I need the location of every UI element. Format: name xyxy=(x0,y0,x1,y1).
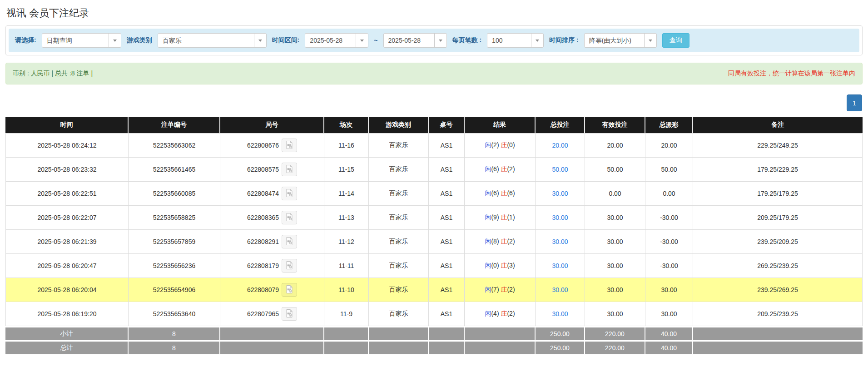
note-cell: 269.25/239.25 xyxy=(693,254,863,278)
round-cell: 622808676 xyxy=(220,134,324,158)
round-number: 622808365 xyxy=(247,214,279,221)
time-cell: 2025-05-28 06:22:51 xyxy=(5,182,129,206)
total-bet-link[interactable]: 30.00 xyxy=(552,310,568,317)
payout-cell: 20.00 xyxy=(645,134,693,158)
payout-cell: 30.00 xyxy=(645,278,693,302)
game-category-label: 游戏类别 xyxy=(127,36,152,45)
table-row[interactable]: 2025-05-28 06:21:39522535657859622808291… xyxy=(5,230,863,254)
column-header: 场次 xyxy=(324,117,369,134)
page-size-select[interactable]: 100 xyxy=(487,33,544,48)
video-replay-button[interactable] xyxy=(282,259,297,273)
total-bet-link[interactable]: 20.00 xyxy=(552,142,568,149)
round-cell: 622807965 xyxy=(220,302,324,326)
chevron-down-icon xyxy=(254,34,266,47)
footer-session-cell xyxy=(324,326,369,340)
table-no-cell: AS1 xyxy=(429,158,465,182)
round-wrap: 622808575 xyxy=(247,163,297,176)
video-replay-button[interactable] xyxy=(282,307,297,321)
tilde-separator: ~ xyxy=(374,37,377,44)
bet-id-cell: 522535663062 xyxy=(129,134,220,158)
video-replay-button[interactable] xyxy=(282,211,297,224)
player-result-value: (0) xyxy=(491,262,501,269)
note-cell: 239.25/209.25 xyxy=(693,230,863,254)
player-result-label: 闲 xyxy=(485,262,491,269)
page-title: 视讯 会员下注纪录 xyxy=(5,0,863,25)
video-replay-button[interactable] xyxy=(282,139,297,152)
session-cell: 11-12 xyxy=(324,230,369,254)
session-cell: 11-10 xyxy=(324,278,369,302)
total-bet-link[interactable]: 30.00 xyxy=(552,262,568,269)
session-cell: 11-11 xyxy=(324,254,369,278)
banker-result-value: (2) xyxy=(507,238,515,245)
table-row[interactable]: 2025-05-28 06:22:07522535658825622808365… xyxy=(5,206,863,230)
session-cell: 11-9 xyxy=(324,302,369,326)
round-wrap: 622808179 xyxy=(247,259,297,273)
round-cell: 622808079 xyxy=(220,278,324,302)
player-result-label: 闲 xyxy=(485,165,491,173)
time-cell: 2025-05-28 06:23:32 xyxy=(5,158,129,182)
total-bet-link[interactable]: 30.00 xyxy=(552,286,568,293)
total-bet-link[interactable]: 30.00 xyxy=(552,190,568,197)
table-no-cell: AS1 xyxy=(429,230,465,254)
banker-result-label: 庄 xyxy=(501,189,507,197)
page-size-label: 每页笔数 : xyxy=(452,36,482,45)
player-result-label: 闲 xyxy=(485,238,491,245)
round-cell: 622808474 xyxy=(220,182,324,206)
player-result-value: (4) xyxy=(491,310,501,317)
round-wrap: 622808079 xyxy=(247,283,297,297)
footer-count-cell: 8 xyxy=(129,340,220,354)
video-replay-button[interactable] xyxy=(282,283,297,297)
result-cell: 闲(9) 庄(1) xyxy=(465,206,536,230)
table-row[interactable]: 2025-05-28 06:24:12522535663062622808676… xyxy=(5,134,863,158)
video-file-icon xyxy=(285,188,294,199)
column-header: 桌号 xyxy=(429,117,465,134)
total-bet-cell: 50.00 xyxy=(536,158,585,182)
video-replay-button[interactable] xyxy=(282,187,297,200)
result-cell: 闲(6) 庄(6) xyxy=(465,182,536,206)
column-header: 总派彩 xyxy=(645,117,693,134)
footer-total-bet-cell: 250.00 xyxy=(536,326,585,340)
search-button[interactable]: 查询 xyxy=(662,33,689,48)
table-row[interactable]: 2025-05-28 06:23:32522535661465622808575… xyxy=(5,158,863,182)
total-bet-link[interactable]: 30.00 xyxy=(552,238,568,245)
table-row[interactable]: 2025-05-28 06:20:04522535654906622808079… xyxy=(5,278,863,302)
video-replay-button[interactable] xyxy=(282,235,297,248)
column-header: 总投注 xyxy=(536,117,585,134)
game-category-select[interactable]: 百家乐 xyxy=(158,33,267,48)
session-cell: 11-15 xyxy=(324,158,369,182)
time-cell: 2025-05-28 06:19:20 xyxy=(5,302,129,326)
game-cell: 百家乐 xyxy=(369,302,429,326)
valid-bet-cell: 30.00 xyxy=(585,254,645,278)
currency-summary-text: 币别 : 人民币 | 总共 :8 注单 | xyxy=(13,69,93,78)
table-no-cell: AS1 xyxy=(429,278,465,302)
round-wrap: 622808474 xyxy=(247,187,297,200)
page-1-button[interactable]: 1 xyxy=(847,94,862,111)
table-row[interactable]: 2025-05-28 06:20:47522535656236622808179… xyxy=(5,254,863,278)
time-sort-select[interactable]: 降幂(由大到小) xyxy=(584,33,657,48)
date-from-select[interactable]: 2025-05-28 xyxy=(305,33,368,48)
video-replay-button[interactable] xyxy=(282,163,297,176)
records-table: 时间注单编号局号场次游戏类别桌号结果总投注有效投注总派彩备注 2025-05-2… xyxy=(5,117,863,354)
time-cell: 2025-05-28 06:20:04 xyxy=(5,278,129,302)
footer-total-bet-cell: 250.00 xyxy=(536,340,585,354)
footer-result-cell xyxy=(465,340,536,354)
table-body: 2025-05-28 06:24:12522535663062622808676… xyxy=(5,134,863,326)
player-result-value: (7) xyxy=(491,286,501,293)
footer-note-cell xyxy=(693,326,863,340)
bet-id-cell: 522535658825 xyxy=(129,206,220,230)
total-bet-cell: 30.00 xyxy=(536,230,585,254)
bet-id-cell: 522535653640 xyxy=(129,302,220,326)
banker-result-value: (1) xyxy=(507,213,515,221)
date-to-select[interactable]: 2025-05-28 xyxy=(383,33,447,48)
round-cell: 622808291 xyxy=(220,230,324,254)
table-no-cell: AS1 xyxy=(429,134,465,158)
chevron-down-icon xyxy=(356,34,368,47)
total-bet-link[interactable]: 30.00 xyxy=(552,214,568,221)
table-row[interactable]: 2025-05-28 06:22:51522535660085622808474… xyxy=(5,182,863,206)
query-type-select[interactable]: 日期查询 xyxy=(42,33,121,48)
round-number: 622807965 xyxy=(247,310,279,317)
table-row[interactable]: 2025-05-28 06:19:20522535653640622807965… xyxy=(5,302,863,326)
round-cell: 622808179 xyxy=(220,254,324,278)
total-bet-link[interactable]: 50.00 xyxy=(552,166,568,173)
column-header: 有效投注 xyxy=(585,117,645,134)
